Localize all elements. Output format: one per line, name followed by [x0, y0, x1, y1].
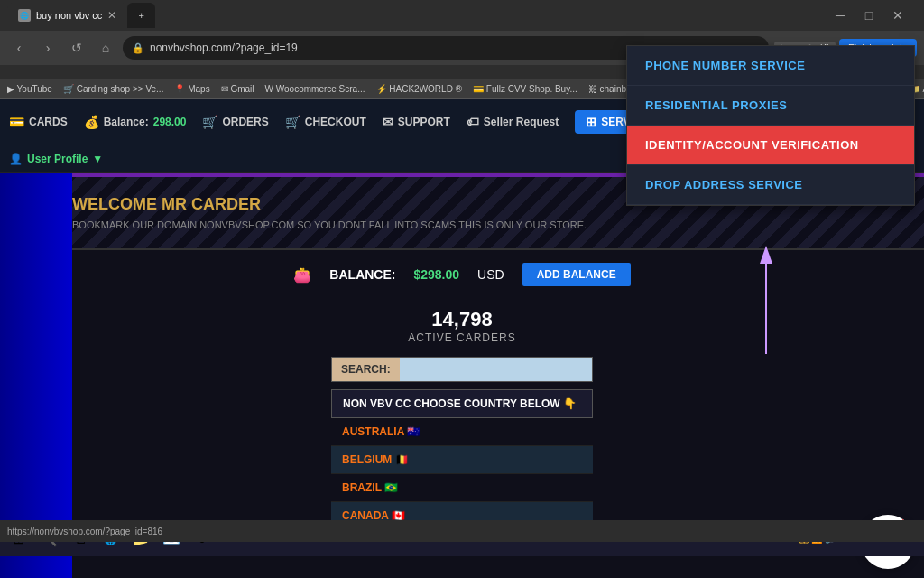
left-sidebar — [0, 173, 72, 578]
secure-icon: 🔒 — [132, 42, 144, 54]
seller-icon: 🏷 — [467, 115, 479, 129]
balance-icon: 💰 — [84, 115, 99, 129]
user-dropdown-arrow: ▼ — [92, 153, 103, 165]
dropdown-drop-address[interactable]: DROP ADDRESS SERVICE — [627, 165, 914, 205]
balance-amount: $298.00 — [413, 267, 459, 282]
country-belgium[interactable]: BELGIUM 🇧🇪 — [331, 446, 593, 474]
services-icon: ⊞ — [586, 115, 596, 129]
minimize-button[interactable]: ─ — [828, 4, 852, 27]
nav-checkout[interactable]: 🛒 CHECKOUT — [285, 115, 366, 129]
forward-button[interactable]: › — [36, 36, 60, 60]
nav-support[interactable]: ✉ SUPPORT — [383, 115, 450, 129]
tab-label: buy non vbv cc — [36, 10, 102, 21]
bookmark-gmail[interactable]: ✉ Gmail — [221, 84, 254, 94]
nav-seller[interactable]: 🏷 Seller Request — [467, 115, 559, 129]
add-balance-button[interactable]: ADD BALANCE — [522, 263, 631, 286]
services-dropdown: PHONE NUMBER SERVICE RESIDENTIAL PROXIES… — [626, 45, 915, 206]
country-list: NON VBV CC CHOOSE COUNTRY BELOW 👇 AUSTRA… — [331, 389, 593, 530]
country-brazil[interactable]: BRAZIL 🇧🇷 — [331, 474, 593, 502]
active-tab[interactable]: 🌐 buy non vbv cc ✕ — [7, 3, 127, 28]
back-button[interactable]: ‹ — [7, 36, 31, 60]
search-label: SEARCH: — [332, 358, 400, 381]
balance-currency: USD — [477, 267, 504, 282]
checkout-icon: 🛒 — [285, 115, 300, 129]
url-display: nonvbvshop.com/?page_id=19 — [150, 42, 298, 54]
status-bar: https://nonvbvshop.com/?page_id=816 — [0, 520, 924, 542]
stats-number: 14,798 — [0, 308, 924, 331]
stats-label: ACTIVE CARDERS — [0, 331, 924, 344]
cards-icon: 💳 — [9, 115, 24, 129]
search-section: SEARCH: — [0, 350, 924, 389]
search-box: SEARCH: — [331, 357, 593, 382]
bookmark-fullz[interactable]: 💳 Fullz CVV Shop. Buy... — [473, 84, 578, 94]
country-header: NON VBV CC CHOOSE COUNTRY BELOW 👇 — [331, 389, 593, 418]
up-arrow-graphic — [753, 246, 780, 358]
status-url: https://nonvbvshop.com/?page_id=816 — [7, 527, 917, 536]
balance-emoji: 👛 — [293, 266, 311, 284]
welcome-subtitle: BOOKMARK OUR DOMAIN NONVBVSHOP.COM SO YO… — [72, 219, 888, 230]
home-button[interactable]: ⌂ — [94, 36, 117, 60]
bookmark-youtube[interactable]: ▶ YouTube — [7, 84, 52, 94]
dropdown-phone-number[interactable]: PHONE NUMBER SERVICE — [627, 46, 914, 86]
svg-marker-3 — [760, 246, 772, 264]
stats-section: 14,798 ACTIVE CARDERS — [0, 299, 924, 350]
bookmark-woo[interactable]: W Woocommerce Scra... — [265, 84, 365, 94]
maximize-button[interactable]: □ — [857, 4, 881, 27]
new-tab-button[interactable]: + — [127, 3, 154, 28]
balance-section: 👛 BALANCE: $298.00 USD ADD BALANCE — [0, 250, 924, 299]
tab-close-button[interactable]: ✕ — [107, 9, 116, 22]
bookmark-carding[interactable]: 🛒 Carding shop >> Ve... — [63, 84, 164, 94]
tab-favicon: 🌐 — [18, 9, 31, 22]
user-profile-button[interactable]: 👤 User Profile ▼ — [9, 153, 103, 165]
bookmark-hack2world[interactable]: ⚡ HACK2WORLD ® — [376, 84, 463, 94]
country-australia[interactable]: AUSTRALIA 🇦🇺 — [331, 418, 593, 446]
support-icon: ✉ — [383, 115, 393, 129]
bookmark-maps[interactable]: 📍 Maps — [174, 84, 209, 94]
nav-balance: 💰 Balance: 298.00 — [84, 115, 187, 129]
dropdown-identity-verification[interactable]: IDENTITY/ACCOUNT VERIFICATION — [627, 126, 914, 165]
main-content: WELCOME MR CARDER BOOKMARK OUR DOMAIN NO… — [0, 173, 924, 578]
balance-label: BALANCE: — [329, 267, 395, 282]
dropdown-residential-proxies[interactable]: RESIDENTIAL PROXIES — [627, 86, 914, 126]
search-input[interactable] — [400, 358, 592, 381]
close-button[interactable]: ✕ — [886, 4, 910, 27]
reload-button[interactable]: ↺ — [65, 36, 88, 60]
nav-orders[interactable]: 🛒 ORDERS — [202, 115, 268, 129]
user-icon: 👤 — [9, 153, 23, 165]
orders-icon: 🛒 — [202, 115, 217, 129]
nav-cards[interactable]: 💳 CARDS — [9, 115, 68, 129]
